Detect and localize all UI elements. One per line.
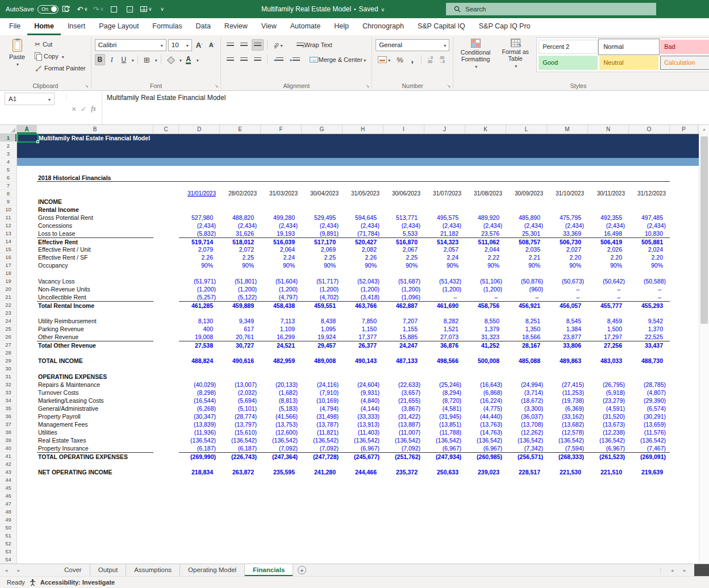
- cell[interactable]: (12,238): [588, 428, 629, 436]
- percent-style-button[interactable]: [394, 54, 406, 65]
- hscroll-left-icon[interactable]: [666, 568, 678, 573]
- cell[interactable]: 459,889: [220, 301, 261, 309]
- cell[interactable]: [465, 198, 506, 206]
- cell[interactable]: (23,279): [588, 397, 629, 404]
- cell[interactable]: (2,434): [588, 222, 629, 230]
- cell[interactable]: 21,182: [424, 230, 465, 237]
- cell[interactable]: [153, 397, 179, 404]
- cell[interactable]: (13,913): [343, 420, 383, 428]
- row-label[interactable]: Gross Potential Rent: [37, 214, 153, 222]
- cell[interactable]: [506, 198, 547, 206]
- cell[interactable]: 19,924: [302, 333, 343, 341]
- cell[interactable]: [153, 412, 179, 420]
- cell[interactable]: 506,730: [547, 237, 588, 245]
- row-header-28[interactable]: 28: [0, 349, 17, 357]
- cell[interactable]: 19,008: [179, 333, 220, 341]
- cell[interactable]: 7,207: [383, 317, 424, 325]
- cell[interactable]: [343, 198, 383, 206]
- cell[interactable]: 8,438: [302, 317, 343, 325]
- cell[interactable]: [588, 198, 629, 206]
- row-label[interactable]: Effective Rent: [37, 237, 153, 245]
- cell[interactable]: (6,967): [424, 444, 465, 452]
- cell[interactable]: [547, 206, 588, 214]
- cell[interactable]: 517,170: [302, 237, 343, 245]
- row-header-15[interactable]: 15: [0, 245, 17, 253]
- cell[interactable]: 2.20: [629, 253, 670, 261]
- accessibility-icon[interactable]: [30, 579, 36, 586]
- cell[interactable]: [424, 174, 465, 182]
- vertical-scrollbar-thumb[interactable]: [700, 136, 708, 324]
- cell[interactable]: 492,355: [588, 214, 629, 222]
- decrease-indent-button[interactable]: [271, 54, 286, 65]
- align-right-button[interactable]: [252, 54, 264, 65]
- cell[interactable]: [465, 206, 506, 214]
- cell[interactable]: 1,350: [506, 325, 547, 333]
- cell[interactable]: [153, 428, 179, 436]
- cell[interactable]: [220, 198, 261, 206]
- cell[interactable]: (2,434): [383, 222, 424, 230]
- cell[interactable]: [153, 444, 179, 452]
- cell[interactable]: 28/02/2023: [220, 190, 261, 198]
- cell[interactable]: (11,788): [424, 428, 465, 436]
- cell[interactable]: 2,067: [383, 245, 424, 253]
- cell[interactable]: (50,588): [629, 277, 670, 285]
- cell[interactable]: 250,633: [424, 468, 465, 476]
- cell[interactable]: (2,434): [547, 222, 588, 230]
- style-neutral[interactable]: Neutral: [599, 56, 658, 70]
- cell[interactable]: 529,495: [302, 214, 343, 222]
- cell[interactable]: (136,542): [179, 436, 220, 444]
- cell[interactable]: (2,434): [261, 222, 302, 230]
- cell[interactable]: [424, 206, 465, 214]
- menu-tab-insert[interactable]: Insert: [61, 18, 92, 35]
- cell[interactable]: 239,023: [465, 468, 506, 476]
- style-bad[interactable]: Bad: [660, 40, 709, 54]
- cell[interactable]: 90%: [424, 261, 465, 269]
- cell[interactable]: (33,333): [343, 412, 383, 420]
- cell[interactable]: [153, 253, 179, 261]
- cell[interactable]: (4,840): [343, 397, 383, 404]
- cell[interactable]: (13,851): [424, 420, 465, 428]
- fit-width-icon[interactable]: [124, 3, 136, 15]
- cell[interactable]: (3,657): [383, 389, 424, 397]
- cell[interactable]: [153, 198, 179, 206]
- cell[interactable]: (16,224): [465, 397, 506, 404]
- cell[interactable]: (5,257): [179, 293, 220, 301]
- cell[interactable]: 33,806: [547, 341, 588, 349]
- cell[interactable]: [588, 373, 629, 381]
- row-header-49[interactable]: 49: [0, 516, 17, 524]
- cell[interactable]: 1,150: [343, 325, 383, 333]
- cell[interactable]: (13,763): [465, 420, 506, 428]
- cell[interactable]: (12,262): [506, 428, 547, 436]
- cell[interactable]: 17,297: [588, 333, 629, 341]
- cell[interactable]: 490,616: [220, 357, 261, 365]
- cell[interactable]: 24,521: [261, 341, 302, 349]
- cell[interactable]: (30,347): [179, 412, 220, 420]
- cell[interactable]: 2.20: [588, 253, 629, 261]
- row-header-17[interactable]: 17: [0, 261, 17, 269]
- row-label[interactable]: Other Revenue: [37, 333, 153, 341]
- cell[interactable]: 27,538: [179, 341, 220, 349]
- row-header-4[interactable]: 4: [0, 158, 17, 166]
- cell[interactable]: (25,246): [424, 381, 465, 389]
- cell[interactable]: 90%: [302, 261, 343, 269]
- cell[interactable]: (10,169): [302, 397, 343, 404]
- column-header-I[interactable]: I: [383, 125, 424, 134]
- cell[interactable]: [383, 198, 424, 206]
- cell[interactable]: 1,155: [383, 325, 424, 333]
- cell[interactable]: 30/06/2023: [383, 190, 424, 198]
- row-header-20[interactable]: 20: [0, 285, 17, 293]
- cell[interactable]: 2,035: [506, 245, 547, 253]
- format-as-table-button[interactable]: Format as Table: [497, 37, 534, 70]
- cell[interactable]: [302, 206, 343, 214]
- sheet-tab-financials[interactable]: Financials: [245, 564, 293, 576]
- cell[interactable]: [153, 381, 179, 389]
- table-tool-icon[interactable]: [140, 3, 152, 15]
- cell[interactable]: [261, 206, 302, 214]
- cell[interactable]: [383, 174, 424, 182]
- cell[interactable]: 594,645: [343, 214, 383, 222]
- row-header-33[interactable]: 33: [0, 389, 17, 397]
- cell[interactable]: 2,024: [629, 245, 670, 253]
- cell[interactable]: 28,167: [506, 341, 547, 349]
- cell[interactable]: 90%: [179, 261, 220, 269]
- cell[interactable]: [547, 198, 588, 206]
